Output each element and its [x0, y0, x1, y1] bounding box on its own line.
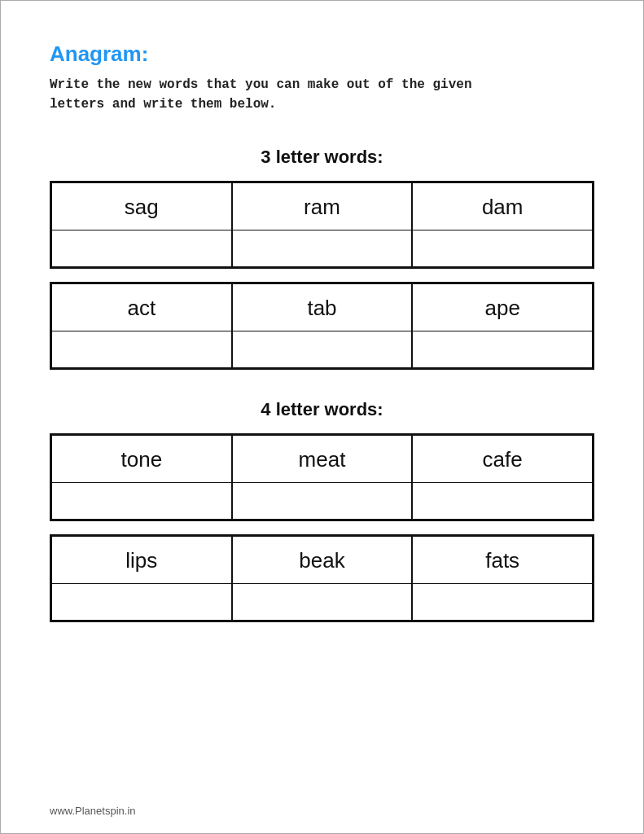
three-letter-title: 3 letter words:: [50, 147, 594, 168]
word-fats-blank: [413, 584, 592, 620]
word-cell-ape: ape: [412, 283, 593, 368]
four-letter-title: 4 letter words:: [50, 399, 594, 420]
word-sag-blank: [52, 230, 231, 266]
word-act: act: [52, 284, 231, 331]
word-act-blank: [52, 331, 231, 367]
page-title: Anagram:: [50, 42, 594, 67]
word-cell-dam: dam: [412, 182, 593, 267]
instructions-text: Write the new words that you can make ou…: [50, 75, 594, 114]
word-fats: fats: [413, 537, 592, 584]
four-letter-row-2: lips beak fats: [50, 534, 594, 622]
word-cell-lips: lips: [51, 536, 232, 621]
word-meat: meat: [233, 436, 412, 483]
page: Anagram: Write the new words that you ca…: [0, 0, 644, 834]
word-ape-blank: [413, 331, 592, 367]
three-letter-row-1: sag ram dam: [50, 181, 594, 269]
word-cell-act: act: [51, 283, 232, 368]
word-ram: ram: [233, 183, 412, 230]
four-letter-section: 4 letter words: tone meat cafe lips beak: [50, 399, 594, 622]
three-letter-row-2: act tab ape: [50, 282, 594, 370]
word-sag: sag: [52, 183, 231, 230]
word-cell-ram: ram: [232, 182, 413, 267]
word-cell-cafe: cafe: [412, 435, 593, 520]
word-ape: ape: [413, 284, 592, 331]
word-beak: beak: [233, 537, 412, 584]
word-cell-tone: tone: [51, 435, 232, 520]
word-cell-beak: beak: [232, 536, 413, 621]
three-letter-section: 3 letter words: sag ram dam act tab: [50, 147, 594, 370]
footer-text: www.Planetspin.in: [50, 805, 136, 817]
word-tab-blank: [233, 331, 412, 367]
word-lips-blank: [52, 584, 231, 620]
word-cell-meat: meat: [232, 435, 413, 520]
word-lips: lips: [52, 537, 231, 584]
word-cell-sag: sag: [51, 182, 232, 267]
word-tone-blank: [52, 483, 231, 519]
word-cafe: cafe: [413, 436, 592, 483]
word-ram-blank: [233, 230, 412, 266]
word-cafe-blank: [413, 483, 592, 519]
word-tab: tab: [233, 284, 412, 331]
word-cell-tab: tab: [232, 283, 413, 368]
word-dam-blank: [413, 230, 592, 266]
word-beak-blank: [233, 584, 412, 620]
word-dam: dam: [413, 183, 592, 230]
word-meat-blank: [233, 483, 412, 519]
word-cell-fats: fats: [412, 536, 593, 621]
four-letter-row-1: tone meat cafe: [50, 433, 594, 521]
word-tone: tone: [52, 436, 231, 483]
